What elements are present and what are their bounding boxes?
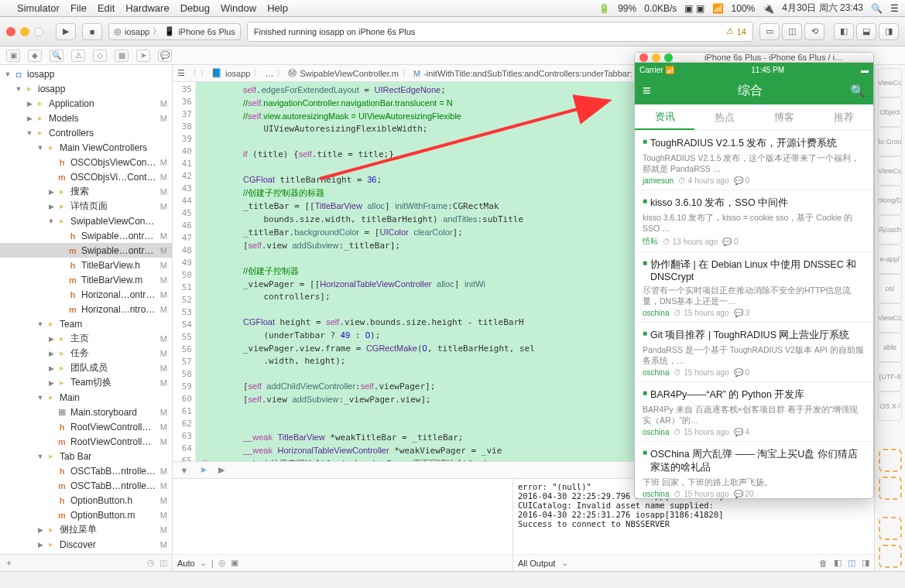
menu-window[interactable]: Window	[221, 2, 256, 14]
jump-dots[interactable]: …	[263, 69, 275, 78]
menu-file[interactable]: File	[70, 2, 87, 14]
tree-row[interactable]: hOptionButton.hM	[0, 493, 172, 508]
feed-item[interactable]: ■协作翻译 | 在 Debian Linux 中使用 DNSSEC 和 DNSC…	[635, 252, 873, 323]
tree-row[interactable]: ▶▸ApplicationM	[0, 96, 172, 111]
tree-row[interactable]: ▼◘iosapp	[0, 67, 172, 81]
inspector-field[interactable]: nlong/D	[878, 186, 902, 215]
tree-row[interactable]: ▶▸团队成员M	[0, 361, 172, 375]
feed-item[interactable]: ■Git 项目推荐 | ToughRADIUS 网上营业厅系统PandaRSS …	[635, 323, 873, 382]
menu-debug[interactable]: Debug	[180, 2, 210, 14]
tree-row[interactable]: ▼▸SwipableViewController	[0, 214, 172, 228]
hide-debug-icon[interactable]: ▼	[177, 464, 191, 477]
report-nav-icon[interactable]: 💬	[158, 50, 172, 62]
tree-row[interactable]: ▶▸任务M	[0, 346, 172, 361]
tree-row[interactable]: mRootViewController.mM	[0, 434, 172, 449]
toggle-debug-button[interactable]: ⬓	[856, 23, 876, 40]
tree-row[interactable]: ▼▸Team	[0, 316, 172, 331]
tree-row[interactable]: hOSCObjsViewController.hM	[0, 155, 172, 169]
seg-hot[interactable]: 热点	[694, 104, 754, 130]
object-placeholder-icon[interactable]	[879, 517, 902, 540]
split-right-icon[interactable]: ◨	[862, 558, 869, 568]
tree-row[interactable]: ▦Main.storyboardM	[0, 405, 172, 419]
continue-icon[interactable]: ▶	[214, 464, 228, 477]
inspector-field[interactable]: os/	[878, 274, 902, 303]
search-icon[interactable]: 🔍	[850, 84, 866, 98]
tree-row[interactable]: ▶▸侧拉菜单M	[0, 522, 172, 537]
tree-row[interactable]: hTitleBarView.hM	[0, 258, 172, 272]
hamburger-icon[interactable]: ≡	[643, 83, 651, 99]
feed-item[interactable]: ■kisso 3.6.10 发布，SSO 中间件kisso 3.6.10 发布了…	[635, 190, 873, 252]
inspector-field[interactable]: e-app/	[878, 244, 902, 274]
jump-method[interactable]: -initWithTitle:andSubTitles:andControlle…	[422, 69, 633, 78]
standard-editor-button[interactable]: ▭	[759, 23, 780, 40]
sim-close-icon[interactable]	[639, 53, 648, 62]
tree-row[interactable]: mTitleBarView.mM	[0, 272, 172, 287]
issue-nav-icon[interactable]: ⚠	[71, 50, 85, 62]
file-tree[interactable]: ▼◘iosapp▼▸iosapp▶▸ApplicationM▶▸ModelsM▼…	[0, 65, 172, 554]
feed-item[interactable]: ■OSChina 周六乱弹 —— 淘宝上买U盘 你们猜店家送的啥礼品下班 回家，…	[635, 442, 873, 499]
inspector-field[interactable]: to Grou	[878, 127, 902, 156]
window-close-icon[interactable]	[6, 27, 15, 36]
inspector-field[interactable]: ViewCo	[878, 156, 902, 186]
quicklook-icon[interactable]: ◎	[218, 558, 226, 568]
tree-row[interactable]: ▶▸详情页面M	[0, 199, 172, 214]
tree-row[interactable]: hOSCTabB…ntroller.hM	[0, 463, 172, 478]
inspector-field[interactable]: 码/oschi	[878, 215, 902, 244]
trash-icon[interactable]: 🗑	[819, 559, 828, 568]
feed-item[interactable]: ■BAR4Py——“AR” 的 Python 开发库BAR4Py 来自 百蔬逐客…	[635, 382, 873, 442]
assistant-editor-button[interactable]: ◫	[782, 23, 802, 40]
tree-row[interactable]: mOSCObjsVi…Controller.mM	[0, 169, 172, 184]
window-zoom-icon[interactable]	[34, 27, 43, 36]
menubar-spotlight-icon[interactable]: 🔍	[871, 3, 883, 14]
inspector-field[interactable]: Object	[878, 97, 902, 127]
toggle-util-button[interactable]: ◨	[879, 23, 899, 40]
menu-edit[interactable]: Edit	[98, 2, 115, 14]
tree-row[interactable]: mSwipable…ontroller.mM	[0, 243, 172, 258]
console-filter[interactable]: All Output	[518, 559, 555, 568]
tree-row[interactable]: ▶▸ModelsM	[0, 111, 172, 125]
seg-rec[interactable]: 推荐	[814, 104, 873, 130]
tree-row[interactable]: hSwipable…ontroller.hM	[0, 228, 172, 243]
tree-row[interactable]: ▶▸搜索M	[0, 184, 172, 199]
add-icon[interactable]: ＋	[5, 557, 13, 569]
breakpoints-icon[interactable]: ➤	[196, 464, 210, 477]
menubar-list-icon[interactable]: ☰	[890, 3, 899, 14]
debug-nav-icon[interactable]: ▦	[115, 50, 129, 62]
tree-row[interactable]: ▼▸Controllers	[0, 125, 172, 140]
window-minimize-icon[interactable]	[20, 27, 29, 36]
jump-project[interactable]: iosapp	[224, 69, 252, 78]
feed-item[interactable]: ■ToughRADIUS V2.1.5 发布，开源计费系统ToughRADIUS…	[635, 131, 873, 190]
toggle-nav-button[interactable]: ◧	[834, 23, 854, 40]
jump-file[interactable]: SwipableViewController.m	[298, 69, 400, 78]
tree-row[interactable]: ▼▸Tab Bar	[0, 449, 172, 463]
inspector-field[interactable]: OS X /	[878, 391, 902, 421]
split-both-icon[interactable]: ◫	[848, 558, 855, 568]
object-placeholder-icon[interactable]	[879, 449, 902, 472]
scm-icon[interactable]: ◫	[159, 558, 167, 568]
tree-row[interactable]: mHorizonal…ntroller.mM	[0, 302, 172, 316]
tree-row[interactable]: hHorizonal…ontroller.hM	[0, 287, 172, 302]
warn-count[interactable]: 14	[737, 27, 746, 36]
breakpoint-nav-icon[interactable]: ➤	[136, 50, 150, 62]
tree-row[interactable]: mOptionButton.mM	[0, 508, 172, 522]
seg-blog[interactable]: 博客	[754, 104, 814, 130]
tree-row[interactable]: ▼▸Main ViewControllers	[0, 140, 172, 155]
filter-input[interactable]	[18, 559, 142, 568]
sim-zoom-icon[interactable]	[664, 53, 673, 62]
related-icon[interactable]: ☰	[176, 68, 187, 78]
inspector-field[interactable]: (UTF-8	[878, 362, 902, 391]
version-editor-button[interactable]: ⟲	[804, 23, 824, 40]
inspector-field[interactable]: able	[878, 333, 902, 362]
symbol-nav-icon[interactable]: ◆	[28, 50, 42, 62]
tree-row[interactable]: ▶▸主页M	[0, 331, 172, 346]
tree-row[interactable]: ▶▸DiscoverM	[0, 537, 172, 552]
menu-help[interactable]: Help	[267, 2, 288, 14]
run-button[interactable]: ▶	[56, 23, 76, 40]
tree-row[interactable]: ▶▸Team切换M	[0, 375, 172, 390]
find-nav-icon[interactable]: 🔍	[50, 50, 63, 62]
tree-row[interactable]: ▼▸Main	[0, 390, 172, 405]
menu-hardware[interactable]: Hardware	[125, 2, 169, 14]
project-nav-icon[interactable]: ▣	[6, 50, 20, 62]
tree-row[interactable]: ▼▸iosapp	[0, 81, 172, 96]
object-placeholder-icon[interactable]	[879, 477, 902, 500]
